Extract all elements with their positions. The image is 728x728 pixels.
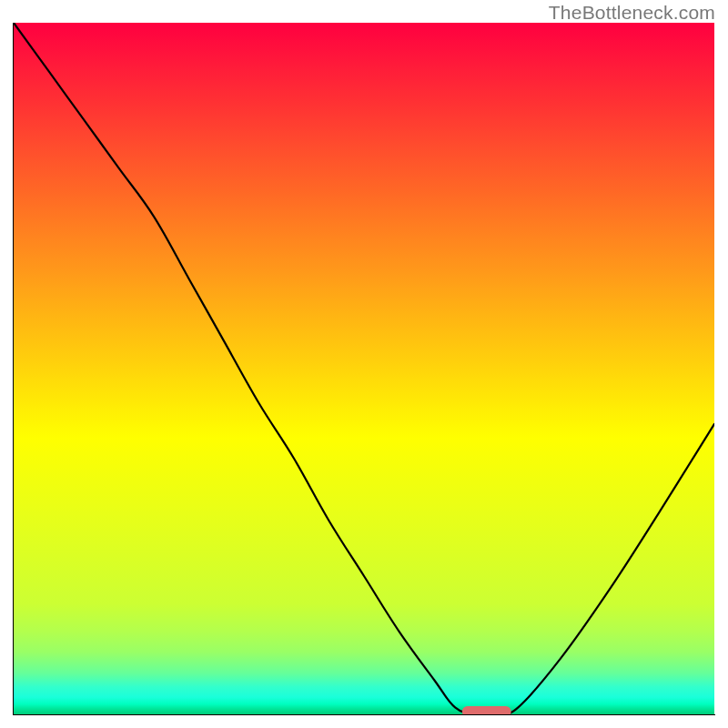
x-axis: [13, 714, 715, 715]
y-axis: [13, 23, 14, 715]
optimal-marker: [462, 706, 511, 714]
bottleneck-curve: [14, 23, 714, 714]
bottleneck-chart: TheBottleneck.com: [0, 0, 728, 728]
chart-svg: [14, 23, 714, 714]
watermark-text: TheBottleneck.com: [549, 2, 715, 24]
plot-area: [14, 23, 714, 714]
